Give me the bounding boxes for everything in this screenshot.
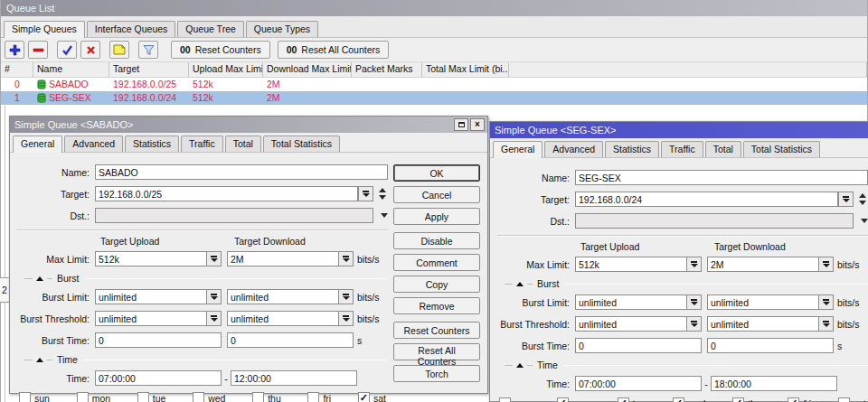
burst-limit-download-field[interactable] — [707, 294, 818, 310]
dialog-titlebar[interactable]: Simple Queue <SEG-SEX> — [490, 122, 868, 138]
dropdown-button[interactable] — [818, 257, 834, 272]
burst-time-download-field[interactable] — [707, 338, 834, 353]
tab-total[interactable]: Total — [225, 136, 261, 152]
burst-limit-upload-field[interactable] — [575, 294, 686, 310]
max-limit-upload-field[interactable] — [575, 257, 686, 272]
enable-button[interactable] — [57, 41, 77, 59]
target-dropdown-button[interactable] — [838, 192, 854, 207]
tab-interface-queues[interactable]: Interface Queues — [87, 21, 176, 37]
day-checkbox-wed[interactable] — [193, 392, 204, 402]
dialog-titlebar[interactable]: Simple Queue <SABADO> × — [10, 117, 487, 133]
day-checkbox-sun[interactable] — [499, 397, 511, 402]
burst-threshold-download-field[interactable] — [227, 311, 338, 326]
tab-advanced[interactable]: Advanced — [64, 136, 123, 152]
tab-general[interactable]: General — [493, 141, 542, 158]
column-header-packet-marks[interactable]: Packet Marks — [352, 62, 422, 77]
name-field[interactable] — [575, 170, 868, 185]
filter-button[interactable] — [138, 41, 158, 59]
tab-traffic[interactable]: Traffic — [181, 136, 223, 152]
add-button[interactable] — [5, 41, 24, 59]
max-limit-upload-field[interactable] — [95, 251, 206, 266]
maximize-button[interactable] — [454, 118, 468, 131]
day-checkbox-fri[interactable]: ✓ — [788, 397, 799, 402]
comment-button[interactable]: Comment — [393, 254, 480, 271]
table-row[interactable]: 1SEG-SEX192.168.0.0/24512k2M — [1, 91, 867, 105]
burst-limit-download-field[interactable] — [227, 289, 338, 304]
dropdown-button[interactable] — [818, 316, 834, 332]
column-header-name[interactable]: Name — [33, 62, 109, 77]
dst-dropdown-icon[interactable] — [381, 213, 388, 218]
queue-list-titlebar[interactable]: Queue List — [1, 0, 867, 16]
day-checkbox-thu[interactable] — [252, 392, 264, 402]
day-checkbox-tue[interactable]: ✓ — [618, 397, 629, 402]
time-to-field[interactable] — [711, 376, 837, 391]
table-row[interactable]: 0SABADO192.168.0.0/25512k2M — [1, 78, 867, 91]
target-add-remove-spinner[interactable] — [856, 192, 868, 207]
torch-button[interactable]: Torch — [393, 365, 480, 382]
dropdown-button[interactable] — [338, 289, 354, 304]
tab-total-statistics[interactable]: Total Statistics — [743, 141, 820, 157]
column-header-upload-max-limit[interactable]: Upload Max Limit — [189, 62, 263, 77]
burst-threshold-upload-field[interactable] — [95, 311, 206, 326]
apply-button[interactable]: Apply — [393, 208, 480, 225]
column-header-spacer[interactable] — [509, 62, 867, 77]
day-checkbox-sun[interactable] — [19, 392, 31, 402]
column-header-target[interactable]: Target — [109, 62, 189, 77]
day-checkbox-thu[interactable]: ✓ — [732, 397, 744, 402]
tab-statistics[interactable]: Statistics — [605, 141, 659, 157]
burst-limit-upload-field[interactable] — [95, 289, 206, 304]
tab-advanced[interactable]: Advanced — [544, 141, 603, 157]
ok-button[interactable]: OK — [393, 164, 480, 182]
tab-total-statistics[interactable]: Total Statistics — [263, 136, 340, 152]
burst-time-upload-field[interactable] — [95, 332, 222, 348]
day-checkbox-mon[interactable] — [77, 392, 89, 402]
column-header-spacer[interactable]: # — [1, 62, 33, 77]
target-add-remove-spinner[interactable] — [376, 186, 388, 201]
time-from-field[interactable] — [95, 370, 222, 386]
reset-counters-button[interactable]: Reset Counters — [393, 322, 480, 339]
dropdown-button[interactable] — [686, 257, 702, 272]
cancel-button[interactable]: Cancel — [393, 186, 480, 203]
dst-dropdown-icon[interactable] — [861, 219, 868, 223]
tab-statistics[interactable]: Statistics — [125, 136, 179, 152]
dropdown-button[interactable] — [686, 316, 702, 332]
tab-simple-queues[interactable]: Simple Queues — [4, 21, 85, 38]
burst-threshold-download-field[interactable] — [707, 316, 818, 332]
tab-queue-types[interactable]: Queue Types — [246, 21, 318, 37]
day-checkbox-wed[interactable]: ✓ — [673, 397, 684, 402]
time-to-field[interactable] — [231, 370, 357, 386]
comment-button[interactable] — [109, 41, 129, 59]
dropdown-button[interactable] — [338, 311, 354, 326]
tab-queue-tree[interactable]: Queue Tree — [177, 21, 243, 37]
remove-button[interactable] — [28, 41, 48, 59]
column-header-download-max-limit[interactable]: Download Max Limit — [263, 62, 352, 77]
max-limit-download-field[interactable] — [227, 251, 338, 266]
dropdown-button[interactable] — [206, 251, 222, 266]
dropdown-button[interactable] — [338, 251, 354, 266]
day-checkbox-fri[interactable] — [307, 392, 319, 402]
disable-button[interactable] — [80, 41, 100, 59]
dropdown-button[interactable] — [206, 289, 222, 304]
collapse-time-icon[interactable] — [516, 363, 524, 368]
tab-total[interactable]: Total — [705, 141, 741, 157]
day-checkbox-mon[interactable]: ✓ — [557, 397, 569, 402]
name-field[interactable] — [95, 164, 388, 180]
tab-general[interactable]: General — [13, 136, 62, 153]
copy-button[interactable]: Copy — [393, 276, 480, 293]
collapse-burst-icon[interactable] — [516, 282, 524, 286]
dropdown-button[interactable] — [818, 294, 834, 310]
close-button[interactable]: × — [470, 118, 485, 131]
burst-time-upload-field[interactable] — [575, 338, 702, 353]
day-checkbox-sat[interactable] — [838, 397, 850, 402]
target-field[interactable] — [575, 192, 838, 207]
day-checkbox-tue[interactable] — [137, 392, 149, 402]
collapse-burst-icon[interactable] — [36, 276, 43, 281]
remove-button[interactable]: Remove — [393, 297, 480, 314]
burst-threshold-upload-field[interactable] — [575, 316, 686, 332]
dropdown-button[interactable] — [686, 294, 702, 310]
reset-counters-button[interactable]: 00Reset Counters — [171, 41, 270, 59]
target-field[interactable] — [95, 186, 358, 201]
max-limit-download-field[interactable] — [707, 257, 818, 272]
target-dropdown-button[interactable] — [358, 186, 373, 201]
disable-button[interactable]: Disable — [393, 232, 480, 249]
